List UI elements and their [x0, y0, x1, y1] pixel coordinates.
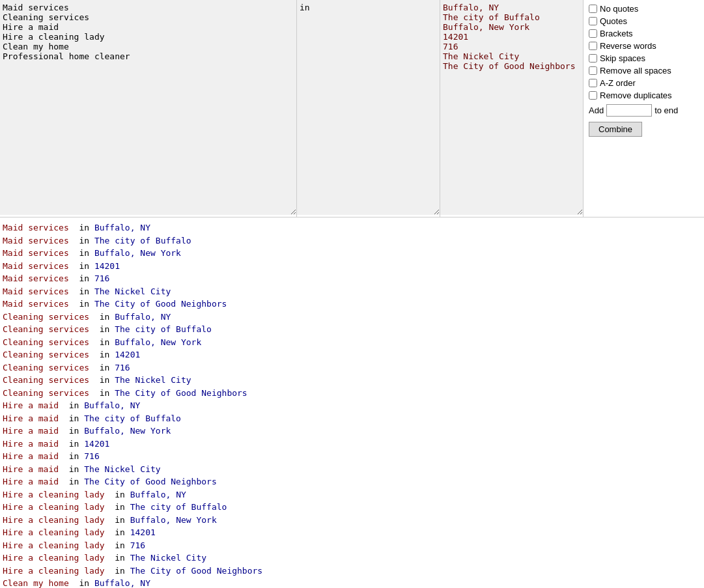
list-item: Cleaning services in 716	[3, 361, 701, 374]
list-item: Maid services in The Nickel City	[3, 285, 701, 298]
list-item: Maid services in 14201	[3, 260, 701, 273]
list-item: Hire a cleaning lady in The Nickel City	[3, 552, 701, 565]
remove-all-spaces-text: Remove all spaces	[600, 66, 671, 76]
list-item: Hire a maid in The Nickel City	[3, 463, 701, 476]
list-item: Cleaning services in The City of Good Ne…	[3, 387, 701, 400]
list-item: Hire a cleaning lady in The City of Good…	[3, 565, 701, 578]
separator-textarea[interactable]	[297, 0, 440, 215]
combine-button[interactable]: Combine	[589, 122, 642, 137]
to-end-label: to end	[655, 105, 678, 115]
no-quotes-text: No quotes	[600, 4, 638, 14]
list-item: Hire a maid in 716	[3, 450, 701, 463]
az-order-label[interactable]: A-Z order	[589, 78, 699, 88]
reverse-words-text: Reverse words	[600, 41, 656, 51]
remove-duplicates-label[interactable]: Remove duplicates	[589, 91, 699, 100]
remove-all-spaces-checkbox[interactable]	[589, 66, 597, 75]
az-order-checkbox[interactable]	[589, 79, 597, 87]
list-item: Hire a cleaning lady in Buffalo, NY	[3, 488, 701, 501]
remove-duplicates-text: Remove duplicates	[600, 91, 672, 100]
list-item: Maid services in Buffalo, NY	[3, 221, 701, 234]
brackets-checkbox[interactable]	[589, 29, 597, 38]
list-item: Maid services in Buffalo, New York	[3, 247, 701, 260]
list-item: Maid services in The city of Buffalo	[3, 234, 701, 247]
list-item: Cleaning services in The city of Buffalo	[3, 323, 701, 336]
list-item: Hire a cleaning lady in 14201	[3, 526, 701, 539]
modifiers-textarea[interactable]	[440, 0, 583, 215]
skip-spaces-text: Skip spaces	[600, 53, 645, 63]
skip-spaces-checkbox[interactable]	[589, 54, 597, 63]
list-item: Cleaning services in Buffalo, NY	[3, 311, 701, 324]
brackets-text: Brackets	[600, 29, 633, 38]
list-item: Hire a cleaning lady in Buffalo, New Yor…	[3, 514, 701, 527]
list-item: Hire a maid in 14201	[3, 438, 701, 451]
list-item: Maid services in 716	[3, 272, 701, 285]
list-item: Hire a maid in Buffalo, NY	[3, 399, 701, 412]
list-item: Hire a maid in Buffalo, New York	[3, 425, 701, 438]
keywords-textarea[interactable]	[0, 0, 296, 215]
quotes-label[interactable]: Quotes	[589, 16, 699, 26]
list-item: Hire a cleaning lady in The city of Buff…	[3, 501, 701, 514]
list-item: Cleaning services in The Nickel City	[3, 374, 701, 387]
list-item: Hire a cleaning lady in 716	[3, 539, 701, 552]
add-to-end-input[interactable]	[606, 104, 652, 117]
reverse-words-label[interactable]: Reverse words	[589, 41, 699, 51]
remove-all-spaces-label[interactable]: Remove all spaces	[589, 66, 699, 76]
no-quotes-checkbox[interactable]	[589, 5, 597, 13]
output-area: Maid services in Buffalo, NYMaid service…	[0, 217, 704, 588]
brackets-label[interactable]: Brackets	[589, 29, 699, 38]
list-item: Hire a maid in The city of Buffalo	[3, 412, 701, 425]
az-order-text: A-Z order	[600, 78, 636, 88]
no-quotes-label[interactable]: No quotes	[589, 4, 699, 14]
quotes-checkbox[interactable]	[589, 17, 597, 25]
reverse-words-checkbox[interactable]	[589, 42, 597, 50]
quotes-text: Quotes	[600, 16, 627, 26]
list-item: Cleaning services in 14201	[3, 348, 701, 361]
remove-duplicates-checkbox[interactable]	[589, 91, 597, 100]
skip-spaces-label[interactable]: Skip spaces	[589, 53, 699, 63]
add-label: Add	[589, 105, 604, 115]
list-item: Hire a maid in The City of Good Neighbor…	[3, 475, 701, 488]
list-item: Clean my home in Buffalo, NY	[3, 577, 701, 588]
list-item: Maid services in The City of Good Neighb…	[3, 298, 701, 311]
list-item: Cleaning services in Buffalo, New York	[3, 336, 701, 349]
